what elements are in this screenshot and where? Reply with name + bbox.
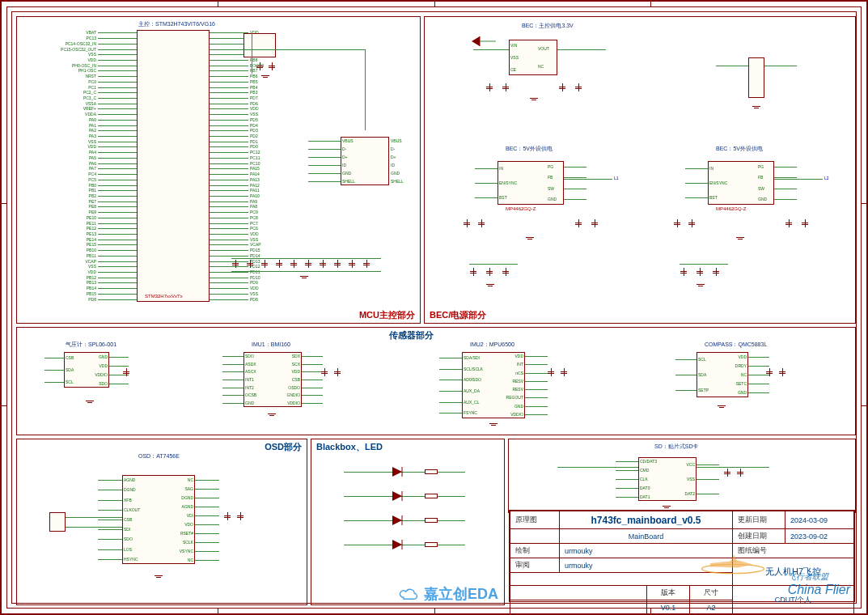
pin-label: PC14-OSC32_IN: [49, 41, 96, 46]
pin-label: PC13: [49, 36, 96, 40]
pin-label: PC0: [49, 79, 96, 84]
pin-label: PA6: [49, 161, 96, 166]
title-block: 原理图 h743fc_mainboard_v0.5 更新日期 2024-03-0…: [509, 510, 855, 602]
pin-label: SHELL: [391, 179, 404, 184]
pin-label: PE10: [49, 215, 96, 220]
pin-label: PB3: [250, 90, 257, 95]
pin-label: PC7: [250, 221, 258, 226]
schematic-page: 主控：STM32H743VIT6/VG16 STM32H7xxVxTx VBAT…: [0, 0, 868, 615]
pin-label: PD5: [250, 117, 258, 122]
pin-label: PA13: [250, 177, 260, 182]
imu1-title: IMU1：BMI160: [252, 341, 290, 349]
pin-label: PC8: [250, 215, 258, 220]
pin-label: PD0: [250, 144, 258, 149]
pin-label: PC11: [250, 155, 260, 160]
tb-sheet-label: 图纸编号: [733, 544, 854, 558]
tb-create-label: 创建日期: [733, 529, 785, 544]
pin-label: PB1: [49, 188, 96, 193]
tb-drawn-label: 绘制: [510, 544, 560, 558]
pin-label: PB11: [49, 253, 96, 258]
cloud-icon: [398, 587, 421, 601]
pin-label: PD8: [49, 297, 96, 302]
tb-size-label: 尺寸: [690, 586, 733, 600]
pin-label: VSS: [49, 264, 96, 269]
pin-label: PD6: [250, 101, 258, 106]
pin-label: PD10: [250, 275, 260, 280]
pin-label: VDD: [250, 286, 259, 291]
svg-marker-7: [392, 491, 402, 501]
bec-5v-b-title: BEC：5V外设供电: [716, 145, 763, 153]
region-sensors: 传感器部分 气压计：SPL06-001 CSBSDASCLGNDVDDVDDIO…: [16, 327, 856, 435]
pin-label: VCAP: [49, 259, 96, 264]
pin-label: GND: [391, 171, 400, 176]
pin-label: PE7: [49, 199, 96, 204]
pin-label: PE11: [49, 221, 96, 226]
pin-label: PB0: [49, 183, 96, 188]
pin-label: VSS: [250, 112, 258, 117]
pin-label: VDD: [49, 144, 96, 149]
bec-aux-block: [748, 57, 764, 98]
pin-label: PC6: [250, 226, 258, 231]
pin-label: PC15-OSC32_OUT: [49, 47, 96, 52]
pin-label: PD11: [250, 269, 260, 274]
led-icon: [392, 515, 409, 525]
pin-label: VDD: [250, 106, 259, 111]
tb-doctype-label: 原理图: [510, 511, 560, 529]
pin-label: VDDA: [49, 112, 96, 117]
pin-label: D-: [391, 146, 395, 151]
pin-label: PC10: [250, 161, 260, 166]
mcu-chip-title: 主控：STM32H743VIT6/VG16: [138, 20, 215, 28]
usb-connector: [341, 137, 389, 185]
pin-label: VCAP: [250, 242, 261, 247]
pin-label: PA7: [49, 166, 96, 171]
pin-label: PD15: [250, 248, 260, 252]
tb-update-date: 2024-03-09: [785, 511, 854, 529]
pin-label: PA0: [49, 117, 96, 122]
bec-5v-a-title: BEC：5V外设供电: [506, 145, 553, 153]
pin-label: PE8: [49, 204, 96, 209]
pin-label: PA3: [49, 134, 96, 138]
tb-version-label: 版本: [647, 586, 690, 600]
pin-label: PD14: [250, 253, 260, 258]
pin-label: PB10: [49, 248, 96, 252]
led-icon: [392, 540, 409, 549]
pin-label: PB5: [250, 79, 257, 84]
pin-label: PE14: [49, 237, 96, 242]
pin-label: PB2: [49, 193, 96, 198]
buck-b-part: MP4462GQ-Z: [716, 206, 746, 211]
pin-label: PC12: [250, 150, 260, 155]
osd-xtal: [49, 512, 66, 532]
region-label-bec: BEC/电源部分: [430, 309, 486, 321]
svg-marker-15: [392, 540, 402, 549]
compass-title: COMPASS：QMC5883L: [705, 341, 767, 349]
pin-label: PC4: [49, 172, 96, 176]
region-label-sensors: 传感器部分: [389, 329, 434, 341]
pin-label: VSSA: [49, 101, 96, 106]
pin-label: PD2: [250, 134, 258, 138]
pin-label: PB13: [49, 280, 96, 285]
pin-label: PD1: [250, 139, 258, 144]
pin-label: PA15: [250, 166, 260, 171]
pin-label: PA10: [250, 193, 260, 198]
pin-label: PD7: [250, 95, 258, 100]
eda-logo-text: 嘉立创EDA: [424, 584, 498, 604]
pin-label: VDD: [49, 269, 96, 274]
pin-label: PH0-OSC_IN: [49, 63, 96, 68]
region-osd: OSD部分 OSD：AT7456E AGNDDGNDXFBCLKOUTCSBSD…: [16, 439, 307, 605]
svg-marker-0: [472, 36, 480, 46]
led-icon: [392, 467, 409, 477]
pin-label: PA14: [250, 172, 260, 176]
tb-drawn-by: urmouky: [560, 544, 733, 558]
tb-review-label: 审阅: [510, 558, 560, 573]
region-blackbox: Blackbox、LED: [311, 439, 505, 605]
tb-title: h743fc_mainboard_v0.5: [560, 511, 733, 529]
svg-marker-3: [392, 467, 402, 477]
pin-label: VSS: [49, 52, 96, 57]
pin-label: PA8: [250, 204, 257, 209]
pin-label: PD9: [250, 280, 258, 285]
pin-label: VDD: [49, 57, 96, 62]
baro-title: 气压计：SPL06-001: [66, 341, 116, 349]
region-bec: BEC/电源部分 BEC：主控供电3.3V VINVSSCEVOUTNC BEC…: [424, 16, 856, 324]
pin-label: VSS: [250, 237, 258, 242]
pin-label: PA2: [49, 128, 96, 133]
